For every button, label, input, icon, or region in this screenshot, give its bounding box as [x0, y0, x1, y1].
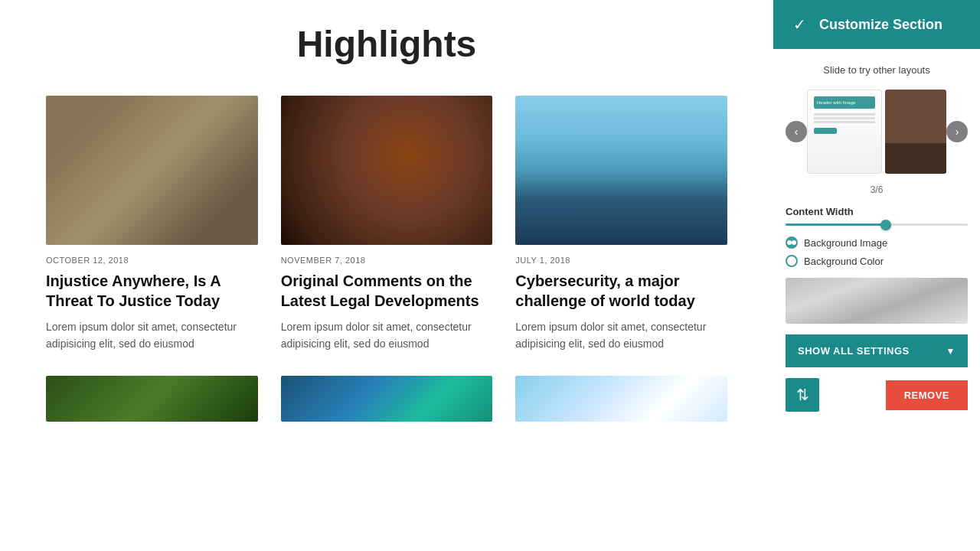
- article-title: Cybersecurity, a major challenge of worl…: [515, 271, 727, 311]
- sidebar-header: ✓ Customize Section: [773, 0, 980, 49]
- show-settings-label: SHOW ALL SETTINGS: [798, 345, 910, 357]
- main-content: Highlights OCTOBER 12, 2018 Injustice An…: [0, 0, 773, 551]
- layout-thumbnails: ‹ Header with Image ›: [786, 90, 968, 174]
- article-excerpt: Lorem ipsum dolor sit amet, consectetur …: [281, 318, 493, 353]
- articles-grid: OCTOBER 12, 2018 Injustice Anywhere, Is …: [46, 96, 727, 353]
- slider-fill: [786, 223, 886, 226]
- thumbnail-body: [814, 113, 875, 134]
- sidebar-title: Customize Section: [819, 17, 942, 33]
- background-color-label: Background Color: [804, 256, 884, 267]
- bottom-image: [46, 376, 258, 422]
- content-width-slider[interactable]: [786, 223, 968, 226]
- content-width-label: Content Width: [786, 206, 968, 217]
- show-all-settings-button[interactable]: SHOW ALL SETTINGS ▼: [786, 334, 968, 367]
- background-color-radio[interactable]: [786, 255, 798, 267]
- background-image-option[interactable]: Background Image: [786, 236, 968, 249]
- check-icon[interactable]: ✓: [789, 14, 810, 35]
- sidebar-body: Slide to try other layouts ‹ Header with…: [773, 49, 980, 551]
- layout-thumbnail-2[interactable]: [885, 90, 946, 174]
- article-card: OCTOBER 12, 2018 Injustice Anywhere, Is …: [46, 96, 258, 353]
- chevron-down-icon: ▼: [946, 346, 956, 357]
- layout-counter: 3/6: [786, 184, 968, 195]
- thumbnail-overlay: [885, 143, 946, 174]
- article-title: Injustice Anywhere, Is A Threat To Justi…: [46, 271, 258, 311]
- radio-options: Background Image Background Color: [786, 236, 968, 267]
- prev-layout-button[interactable]: ‹: [786, 121, 807, 142]
- layout-thumbnail-1[interactable]: Header with Image: [807, 90, 882, 174]
- thumbnail-header: Header with Image: [814, 96, 875, 109]
- thumbnails-container: Header with Image: [807, 90, 946, 174]
- article-image: [281, 96, 493, 245]
- article-date: JULY 1, 2018: [515, 256, 727, 265]
- bottom-image: [281, 376, 493, 422]
- slide-instruction: Slide to try other layouts: [786, 61, 968, 79]
- article-card: NOVEMBER 7, 2018 Original Comments on th…: [281, 96, 493, 353]
- background-image-radio[interactable]: [786, 236, 798, 249]
- thumbnail-btn: [814, 128, 837, 134]
- slider-thumb[interactable]: [880, 220, 891, 230]
- bottom-actions: ⇅ REMOVE: [786, 378, 968, 412]
- background-color-option[interactable]: Background Color: [786, 255, 968, 267]
- thumbnail-line: [814, 117, 875, 119]
- article-date: NOVEMBER 7, 2018: [281, 256, 493, 265]
- bottom-row: [46, 376, 727, 422]
- article-image: [46, 96, 258, 245]
- article-image: [515, 96, 727, 245]
- article-excerpt: Lorem ipsum dolor sit amet, consectetur …: [515, 318, 727, 353]
- article-title: Original Comments on the Latest Legal De…: [281, 271, 493, 311]
- article-card: JULY 1, 2018 Cybersecurity, a major chal…: [515, 96, 727, 353]
- slider-container: [786, 223, 968, 226]
- background-image-label: Background Image: [804, 237, 887, 249]
- thumbnail-line: [814, 121, 875, 123]
- thumbnail-line: [814, 113, 875, 116]
- page-title: Highlights: [46, 0, 727, 96]
- remove-button[interactable]: REMOVE: [886, 380, 968, 410]
- article-date: OCTOBER 12, 2018: [46, 256, 258, 265]
- next-layout-button[interactable]: ›: [946, 121, 968, 142]
- content-width-setting: Content Width: [786, 206, 968, 226]
- swap-button[interactable]: ⇅: [786, 378, 819, 412]
- article-excerpt: Lorem ipsum dolor sit amet, consectetur …: [46, 318, 258, 353]
- bottom-image: [515, 376, 727, 422]
- sidebar-panel: ✓ Customize Section Slide to try other l…: [773, 0, 980, 551]
- bg-preview-inner: [786, 278, 968, 324]
- background-preview[interactable]: [786, 278, 968, 324]
